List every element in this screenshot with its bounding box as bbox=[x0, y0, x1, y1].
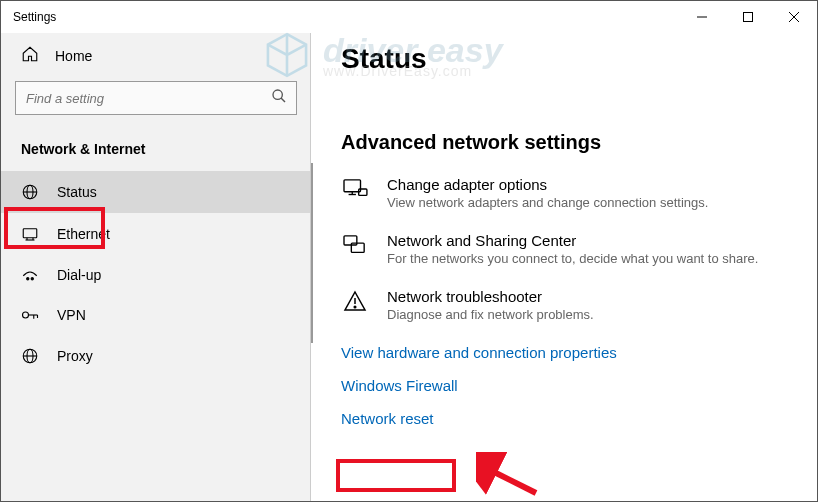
search-icon bbox=[271, 88, 287, 108]
setting-desc: For the networks you connect to, decide … bbox=[387, 251, 787, 266]
svg-point-14 bbox=[31, 278, 33, 280]
dialup-icon bbox=[21, 268, 39, 282]
search-input[interactable] bbox=[15, 81, 297, 115]
ethernet-icon bbox=[21, 225, 39, 243]
advanced-header: Advanced network settings bbox=[341, 131, 787, 154]
setting-troubleshooter[interactable]: Network troubleshooter Diagnose and fix … bbox=[341, 288, 787, 322]
minimize-button[interactable] bbox=[679, 1, 725, 33]
adapter-icon bbox=[341, 176, 369, 210]
setting-desc: Diagnose and fix network problems. bbox=[387, 307, 787, 322]
page-title: Status bbox=[341, 43, 787, 75]
main-content: Status Advanced network settings Change … bbox=[310, 33, 817, 501]
window-controls bbox=[679, 1, 817, 33]
sidebar-item-vpn[interactable]: VPN bbox=[1, 295, 311, 335]
home-label: Home bbox=[55, 48, 92, 64]
setting-adapter-options[interactable]: Change adapter options View network adap… bbox=[341, 176, 787, 210]
setting-title: Network troubleshooter bbox=[387, 288, 787, 305]
section-header: Network & Internet bbox=[1, 133, 311, 171]
sidebar: Home Network & Internet Status Ethernet … bbox=[1, 33, 311, 501]
setting-sharing-center[interactable]: Network and Sharing Center For the netwo… bbox=[341, 232, 787, 266]
scroll-indicator[interactable] bbox=[311, 163, 313, 343]
nav-label: Dial-up bbox=[57, 267, 101, 283]
nav-label: Ethernet bbox=[57, 226, 110, 242]
sidebar-item-proxy[interactable]: Proxy bbox=[1, 335, 311, 377]
home-nav[interactable]: Home bbox=[1, 33, 311, 81]
close-button[interactable] bbox=[771, 1, 817, 33]
svg-point-15 bbox=[23, 312, 29, 318]
sidebar-item-dialup[interactable]: Dial-up bbox=[1, 255, 311, 295]
svg-line-5 bbox=[281, 98, 285, 102]
vpn-icon bbox=[21, 308, 39, 322]
link-network-reset[interactable]: Network reset bbox=[341, 410, 787, 427]
sharing-icon bbox=[341, 232, 369, 266]
svg-point-4 bbox=[273, 90, 282, 99]
setting-title: Network and Sharing Center bbox=[387, 232, 787, 249]
home-icon bbox=[21, 45, 39, 67]
warning-icon bbox=[341, 288, 369, 322]
sidebar-item-status[interactable]: Status bbox=[1, 171, 311, 213]
window-title: Settings bbox=[13, 10, 679, 24]
link-windows-firewall[interactable]: Windows Firewall bbox=[341, 377, 787, 394]
svg-point-13 bbox=[27, 278, 29, 280]
setting-desc: View network adapters and change connect… bbox=[387, 195, 787, 210]
link-hardware-properties[interactable]: View hardware and connection properties bbox=[341, 344, 787, 361]
titlebar: Settings bbox=[1, 1, 817, 33]
status-icon bbox=[21, 183, 39, 201]
nav-label: VPN bbox=[57, 307, 86, 323]
proxy-icon bbox=[21, 347, 39, 365]
svg-rect-9 bbox=[23, 229, 37, 238]
sidebar-item-ethernet[interactable]: Ethernet bbox=[1, 213, 311, 255]
maximize-button[interactable] bbox=[725, 1, 771, 33]
svg-point-29 bbox=[354, 306, 356, 308]
nav-label: Proxy bbox=[57, 348, 93, 364]
nav-label: Status bbox=[57, 184, 97, 200]
svg-rect-1 bbox=[744, 13, 753, 22]
setting-title: Change adapter options bbox=[387, 176, 787, 193]
